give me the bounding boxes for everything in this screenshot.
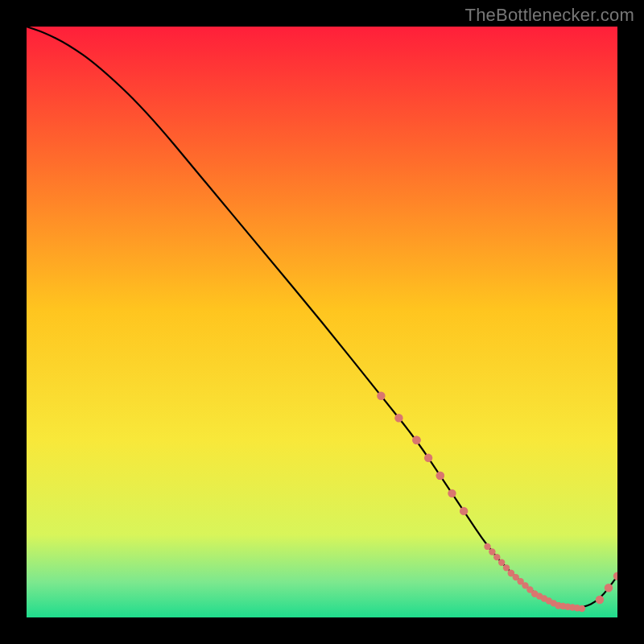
data-marker	[489, 548, 495, 555]
data-marker	[493, 554, 500, 560]
data-marker	[394, 414, 402, 422]
data-marker	[412, 436, 420, 444]
plot-area	[27, 27, 617, 617]
data-marker	[484, 543, 490, 550]
plot-svg	[27, 27, 617, 617]
data-marker	[424, 454, 432, 462]
data-marker	[436, 472, 444, 480]
data-marker	[377, 392, 385, 400]
data-marker	[605, 584, 613, 592]
attribution-label: TheBottlenecker.com	[465, 5, 634, 26]
data-marker	[498, 559, 505, 566]
data-marker	[460, 507, 468, 515]
data-marker	[503, 564, 510, 571]
data-marker	[596, 596, 604, 604]
chart-stage: TheBottlenecker.com	[0, 0, 644, 644]
data-marker	[448, 489, 456, 497]
data-marker	[579, 605, 585, 612]
